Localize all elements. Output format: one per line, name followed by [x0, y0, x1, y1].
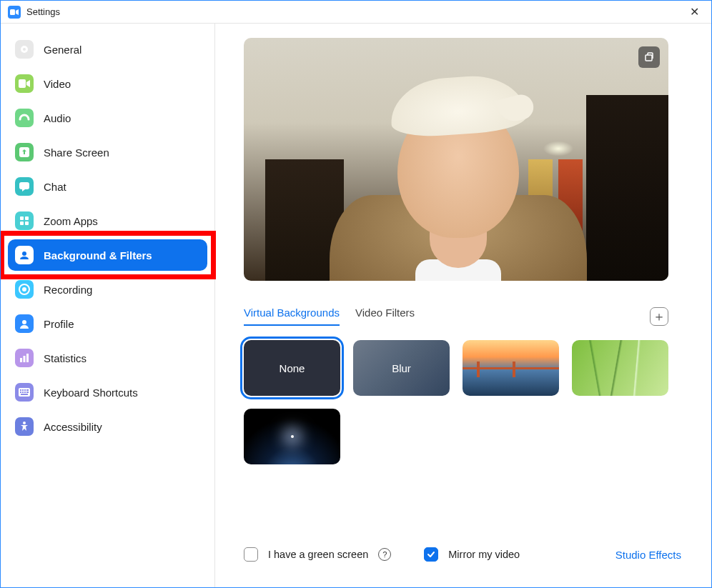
- video-icon: [15, 74, 34, 93]
- background-option-none[interactable]: None: [244, 340, 340, 396]
- background-option-blur[interactable]: Blur: [353, 340, 450, 396]
- close-button[interactable]: ✕: [684, 5, 704, 19]
- rotate-camera-button[interactable]: [638, 46, 660, 68]
- tab-virtual-backgrounds[interactable]: Virtual Backgrounds: [244, 307, 340, 326]
- svg-rect-16: [26, 354, 29, 362]
- sidebar-item-recording[interactable]: Recording: [8, 274, 207, 305]
- sidebar-item-label: Share Screen: [44, 146, 109, 159]
- apps-icon: [15, 211, 34, 230]
- bgf-icon: [15, 246, 34, 264]
- svg-rect-28: [646, 55, 652, 61]
- stats-icon: [15, 349, 34, 367]
- tab-video-filters[interactable]: Video Filters: [355, 307, 415, 326]
- sidebar-item-statistics[interactable]: Statistics: [8, 342, 207, 374]
- gear-icon: [15, 40, 34, 59]
- svg-rect-9: [25, 221, 29, 225]
- studio-effects-link[interactable]: Studio Effects: [615, 549, 681, 561]
- sidebar: GeneralVideoAudioShare ScreenChatZoom Ap…: [1, 24, 215, 587]
- sidebar-item-audio[interactable]: Audio: [8, 102, 207, 134]
- sidebar-item-label: Background & Filters: [44, 249, 152, 261]
- svg-rect-24: [24, 392, 26, 393]
- svg-rect-14: [20, 358, 22, 362]
- share-icon: [15, 143, 34, 161]
- help-icon[interactable]: ?: [378, 548, 391, 561]
- sidebar-item-label: Zoom Apps: [44, 215, 98, 227]
- sidebar-item-label: General: [44, 44, 81, 56]
- svg-rect-5: [19, 182, 29, 189]
- rec-icon: [15, 280, 34, 299]
- svg-rect-26: [21, 394, 28, 395]
- mirror-video-checkbox[interactable]: [424, 547, 438, 562]
- svg-rect-23: [22, 392, 24, 393]
- svg-rect-3: [19, 79, 26, 88]
- main-panel: Virtual BackgroundsVideo Filters ＋ NoneB…: [215, 24, 711, 587]
- svg-rect-0: [10, 9, 15, 15]
- svg-rect-8: [20, 221, 24, 225]
- video-preview: [244, 38, 668, 281]
- sidebar-item-background-filters[interactable]: Background & Filters: [8, 239, 207, 271]
- sidebar-item-label: Recording: [44, 284, 92, 296]
- app-logo-icon: [8, 6, 21, 19]
- sidebar-item-label: Statistics: [44, 352, 86, 364]
- background-options: NoneBlur: [244, 340, 681, 464]
- svg-rect-18: [20, 389, 21, 391]
- sidebar-item-share-screen[interactable]: Share Screen: [8, 136, 207, 168]
- sidebar-item-label: Video: [44, 78, 71, 90]
- background-option-bridge[interactable]: [463, 340, 559, 396]
- svg-rect-19: [22, 389, 24, 391]
- audio-icon: [15, 109, 34, 127]
- svg-rect-25: [26, 392, 29, 393]
- sidebar-item-chat[interactable]: Chat: [8, 171, 207, 202]
- add-background-button[interactable]: ＋: [650, 307, 668, 326]
- tabs: Virtual BackgroundsVideo Filters: [244, 307, 415, 326]
- profile-icon: [15, 314, 34, 333]
- access-icon: [15, 417, 34, 436]
- svg-point-12: [22, 287, 26, 291]
- svg-point-13: [22, 320, 26, 324]
- svg-point-2: [23, 48, 26, 51]
- sidebar-item-label: Profile: [44, 318, 74, 330]
- sidebar-item-video[interactable]: Video: [8, 68, 207, 99]
- sidebar-item-label: Accessibility: [44, 421, 102, 433]
- window-title: Settings: [26, 6, 60, 17]
- svg-rect-22: [20, 392, 21, 393]
- background-option-label: Blur: [392, 362, 411, 374]
- background-option-label: None: [280, 362, 305, 374]
- sidebar-item-label: Keyboard Shortcuts: [44, 387, 138, 399]
- svg-rect-21: [26, 389, 29, 391]
- svg-point-27: [23, 422, 26, 424]
- sidebar-item-zoom-apps[interactable]: Zoom Apps: [8, 205, 207, 236]
- titlebar: Settings ✕: [1, 1, 711, 24]
- green-screen-label: I have a green screen: [268, 549, 368, 560]
- sidebar-item-general[interactable]: General: [8, 34, 207, 65]
- kbd-icon: [15, 383, 34, 402]
- mirror-video-label: Mirror my video: [448, 549, 520, 560]
- sidebar-item-label: Chat: [44, 181, 66, 193]
- svg-point-10: [22, 251, 26, 256]
- background-option-earth[interactable]: [244, 409, 340, 464]
- sidebar-item-keyboard-shortcuts[interactable]: Keyboard Shortcuts: [8, 377, 207, 408]
- sidebar-item-label: Audio: [44, 112, 71, 124]
- background-option-grass[interactable]: [572, 340, 668, 396]
- svg-rect-7: [25, 216, 29, 220]
- chat-icon: [15, 177, 34, 196]
- sidebar-item-profile[interactable]: Profile: [8, 308, 207, 339]
- svg-rect-15: [24, 356, 26, 362]
- svg-rect-6: [20, 216, 24, 220]
- green-screen-checkbox[interactable]: [244, 547, 258, 562]
- svg-rect-20: [24, 389, 26, 391]
- sidebar-item-accessibility[interactable]: Accessibility: [8, 411, 207, 442]
